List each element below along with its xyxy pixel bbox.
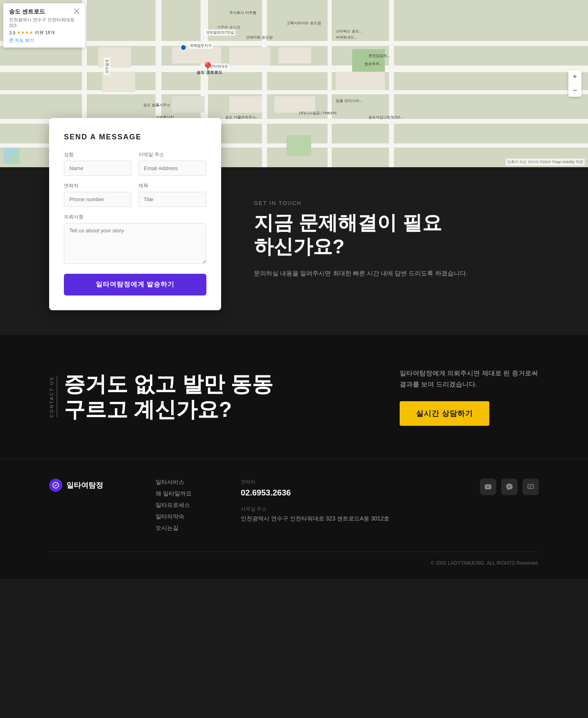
map-attribution: 단축키 지도 의이이 ©2024 TMap Mobility 약관	[506, 159, 585, 166]
message-icon[interactable]	[522, 479, 539, 495]
title-input[interactable]	[138, 192, 206, 207]
cta-section: CONTACT US 증거도 없고 발만 동동 구르고 계신가요? 일타여탐정에…	[0, 335, 588, 459]
phone-label: 연락처	[64, 182, 132, 189]
footer-address: 인천광역시 연수구 인천타워대로 323 센트로드A동 3012호	[241, 515, 389, 523]
zoom-out-button[interactable]: −	[568, 84, 581, 97]
cta-description: 일타여탐정에게 의뢰주시면 제대로 된 증거로써 결과를 보여 드리겠습니다.	[400, 368, 539, 390]
cta-heading: 증거도 없고 발만 동동 구르고 계신가요?	[64, 371, 273, 423]
close-icon[interactable]	[74, 7, 79, 16]
footer-nav-why[interactable]: 왜 일타일까요	[156, 490, 192, 498]
footer-logo-text: 일타여탐정	[66, 480, 103, 490]
footer-nav-process[interactable]: 일타프로세스	[156, 502, 192, 509]
name-input[interactable]	[64, 161, 132, 176]
footer: 일타여탐정 일타서비스 왜 일타일까요 일타프로세스 일타의약속 오시는길 연락…	[0, 459, 588, 579]
contact-form-card: SEND A MESSAGE 성함 이메일 주소 연락처 제목	[49, 118, 221, 310]
contact-us-vertical-label: CONTACT US	[49, 376, 57, 418]
footer-contact-info: 연락처 02.6953.2636 사무실 주소 인천광역시 연수구 인천타워대로…	[241, 479, 389, 523]
message-label: 의뢰사항	[64, 214, 206, 220]
footer-nav-directions[interactable]: 오시는길	[156, 525, 192, 532]
place-name: 송도 센트로드	[9, 8, 45, 16]
message-textarea[interactable]	[64, 223, 206, 264]
footer-nav: 일타서비스 왜 일타일까요 일타프로세스 일타의약속 오시는길	[156, 479, 192, 532]
email-label: 이메일 주소	[138, 151, 206, 158]
footer-social	[480, 479, 539, 495]
title-label: 제목	[138, 182, 206, 189]
contact-description: 문의하실 내용을 알려주시면 최대한 빠른 시간 내에 답변 드리도록 하겠습니…	[254, 268, 539, 279]
footer-address-label: 사무실 주소	[241, 506, 389, 513]
svg-rect-1	[528, 484, 534, 489]
footer-contact-label: 연락처	[241, 479, 389, 486]
map-thumbnail	[3, 148, 20, 164]
place-address: 인천광역시 연수구 인천타워대로 323	[9, 17, 79, 28]
form-title: SEND A MESSAGE	[64, 133, 206, 141]
map-info-box: 송도 센트로드 인천광역시 연수구 인천타워대로 323 3.9 ★★★★ 리뷰…	[3, 3, 85, 48]
name-label: 성함	[64, 151, 132, 158]
footer-nav-promise[interactable]: 일타의약속	[156, 513, 192, 520]
logo-icon	[49, 479, 62, 492]
map-zoom-controls[interactable]: + −	[568, 70, 581, 97]
footer-nav-services[interactable]: 일타서비스	[156, 479, 192, 486]
chat-icon[interactable]	[501, 479, 518, 495]
email-input[interactable]	[138, 161, 206, 176]
large-map-link[interactable]: 큰 지도 보기	[9, 37, 79, 43]
place-rating: 3.9 ★★★★ 리뷰 18개	[9, 30, 79, 36]
footer-logo: 일타여탐정	[49, 479, 123, 492]
footer-phone: 02.6953.2636	[241, 488, 389, 498]
zoom-in-button[interactable]: +	[568, 70, 581, 84]
youtube-icon[interactable]	[480, 479, 496, 495]
contact-section: SEND A MESSAGE 성함 이메일 주소 연락처 제목	[0, 167, 588, 335]
get-in-touch-label: GET IN TOUCH	[254, 200, 539, 206]
map-pin: 📍	[201, 61, 215, 75]
realtime-consult-button[interactable]: 실시간 상담하기	[400, 401, 489, 426]
footer-copyright: © 2002 LADYTAMJUNG. ALL RIGHTS Reserved.	[431, 560, 539, 566]
contact-heading: 지금 문제해결이 필요 하신가요?	[254, 211, 539, 258]
submit-button[interactable]: 일타여탐정에게 발송하기	[64, 274, 206, 295]
phone-input[interactable]	[64, 192, 132, 207]
contact-text-block: GET IN TOUCH 지금 문제해결이 필요 하신가요? 문의하실 내용을 …	[254, 192, 539, 279]
